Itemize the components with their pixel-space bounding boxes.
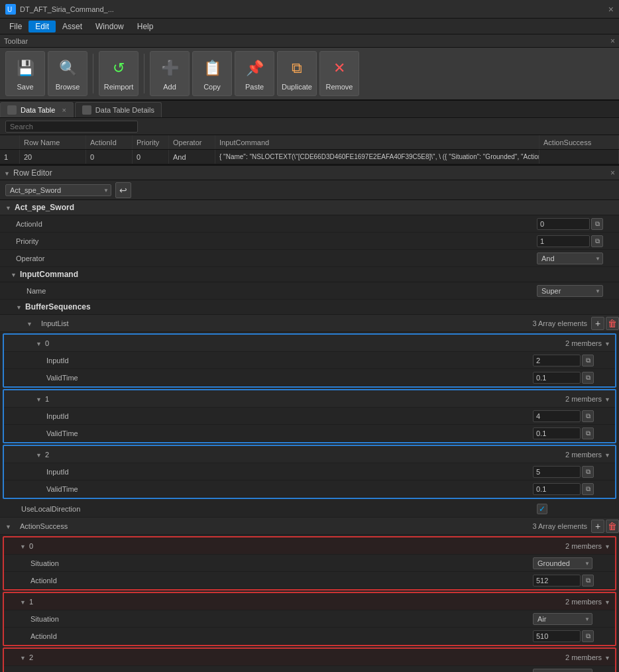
row-rowname: 20 [20, 150, 86, 164]
menu-asset[interactable]: Asset [56, 21, 89, 32]
item0-inputid-input[interactable]: 2 [533, 355, 581, 366]
data-table-details-tab-icon [82, 105, 91, 115]
item1-inputid-row: InputId 4 ⧉ [4, 408, 615, 425]
menu-file[interactable]: File [3, 21, 28, 32]
item0-chevron-icon [604, 339, 615, 348]
menu-bar: File Edit Asset Window Help [0, 19, 619, 34]
tab-data-table-close[interactable]: × [62, 106, 66, 114]
as1-actionid-link-icon[interactable]: ⧉ [582, 630, 594, 642]
inputlist-item-1-header[interactable]: 1 2 members [4, 390, 615, 408]
copy-button[interactable]: 📋 Copy [192, 51, 232, 96]
table-row[interactable]: 1 20 0 0 And { "Name": "NSLOCTEXT(\"[CDE… [0, 150, 619, 164]
add-button[interactable]: ➕ Add [150, 51, 190, 96]
priority-link-icon[interactable]: ⧉ [591, 235, 603, 247]
item2-validtime-row: ValidTime 0.1 ⧉ [4, 480, 615, 498]
name-value: Super [537, 285, 616, 297]
item1-inputid-input[interactable]: 4 [533, 410, 581, 422]
tab-data-table[interactable]: Data Table × [0, 102, 74, 117]
inputlist-label: InputList [36, 319, 532, 327]
svg-text:U: U [7, 6, 12, 13]
search-input[interactable] [5, 121, 138, 133]
item2-inputid-link-icon[interactable]: ⧉ [582, 466, 594, 478]
item1-validtime-value: 0.1 ⧉ [533, 427, 612, 439]
inputlist-item-2-group: 2 2 members InputId 5 ⧉ ValidTime 0.1 ⧉ [3, 445, 616, 499]
item2-validtime-value: 0.1 ⧉ [533, 483, 612, 495]
name-dropdown[interactable]: Super [537, 285, 603, 297]
row-reset-button[interactable]: ↩ [115, 182, 131, 198]
item0-inputid-value: 2 ⧉ [533, 355, 612, 366]
browse-button[interactable]: 🔍 Browse [48, 51, 87, 96]
buffersequences-label: BufferSequences [25, 302, 91, 311]
duplicate-label: Duplicate [282, 83, 312, 91]
as0-situation-dropdown[interactable]: Grounded [533, 557, 592, 569]
title-bar-close[interactable]: × [608, 4, 614, 15]
data-table-header: Row Name ActionId Priority Operator Inpu… [0, 135, 619, 150]
actionsuccess-item-0-header[interactable]: 0 2 members [4, 537, 615, 555]
inputlist-expand-icon [27, 319, 36, 328]
actionid-input[interactable]: 0 [537, 218, 590, 230]
reimport-button[interactable]: ↺ Reimport [99, 51, 139, 96]
item0-validtime-input[interactable]: 0.1 [533, 372, 581, 384]
item2-validtime-input[interactable]: 0.1 [533, 483, 581, 495]
actionsuccess-remove-btn[interactable]: 🗑 [606, 520, 619, 533]
item1-inputid-link-icon[interactable]: ⧉ [582, 410, 594, 422]
inputlist-item-0-header[interactable]: 0 2 members [4, 335, 615, 352]
inputcommand-section[interactable]: InputCommand [0, 267, 619, 282]
item0-inputid-link-icon[interactable]: ⧉ [582, 355, 594, 366]
as2-situation-dropdown[interactable]: Crouched [533, 669, 592, 673]
item1-inputid-label: InputId [46, 412, 533, 420]
as1-situation-dropdown[interactable]: Air [533, 613, 592, 625]
inputcommand-label: InputCommand [20, 270, 78, 279]
inputlist-add-btn[interactable]: + [591, 317, 604, 330]
actionsuccess-add-btn[interactable]: + [591, 520, 604, 533]
uselocaldirection-checkbox[interactable]: ✓ [537, 504, 547, 514]
item2-inputid-input[interactable]: 5 [533, 466, 581, 478]
as1-actionid-input[interactable]: 510 [533, 630, 581, 642]
save-button[interactable]: 💾 Save [5, 51, 45, 96]
actionsuccess-item-1-header[interactable]: 1 2 members [4, 593, 615, 610]
data-table-tab-icon [7, 105, 17, 115]
priority-input[interactable]: 1 [537, 235, 590, 247]
tab-data-table-details[interactable]: Data Table Details [75, 102, 162, 117]
col-inputcommand: InputCommand [215, 135, 539, 149]
item2-validtime-link-icon[interactable]: ⧉ [582, 483, 594, 495]
paste-label: Paste [245, 83, 264, 91]
menu-window[interactable]: Window [89, 21, 131, 32]
tab-data-table-label: Data Table [21, 106, 55, 114]
paste-button[interactable]: 📌 Paste [235, 51, 274, 96]
inputlist-count: 3 Array elements [532, 319, 587, 327]
as0-actionid-input[interactable]: 512 [533, 575, 581, 587]
item1-validtime-link-icon[interactable]: ⧉ [582, 427, 594, 439]
item1-chevron-icon [604, 394, 615, 404]
row-select-dropdown[interactable]: Act_spe_Sword [5, 184, 111, 196]
add-label: Add [163, 83, 176, 91]
as1-actionid-label: ActionId [30, 632, 533, 640]
actionsuccess-item-2-header[interactable]: 2 2 members [4, 649, 615, 666]
remove-icon: ✕ [327, 56, 351, 80]
operator-dropdown[interactable]: And [537, 252, 603, 264]
actionid-value: 0 ⧉ [537, 218, 616, 230]
menu-edit[interactable]: Edit [28, 21, 56, 32]
item1-label: 1 [45, 395, 565, 403]
reimport-label: Reimport [104, 83, 134, 91]
inputlist-item-1-group: 1 2 members InputId 4 ⧉ ValidTime 0.1 ⧉ [3, 389, 616, 443]
inputlist-item-2-header[interactable]: 2 2 members [4, 446, 615, 463]
as0-actionid-link-icon[interactable]: ⧉ [582, 575, 594, 587]
row-selector: Act_spe_Sword ↩ [0, 180, 619, 200]
item1-validtime-input[interactable]: 0.1 [533, 427, 581, 439]
item0-validtime-link-icon[interactable]: ⧉ [582, 372, 594, 384]
toolbar-close-btn[interactable]: × [610, 36, 615, 46]
inputlist-remove-btn[interactable]: 🗑 [606, 317, 619, 330]
section-act-spe-sword[interactable]: Act_spe_Sword [0, 200, 619, 215]
duplicate-button[interactable]: ⧉ Duplicate [277, 51, 317, 96]
duplicate-icon: ⧉ [285, 56, 309, 80]
col-priority: Priority [133, 135, 169, 149]
row-editor-close-btn[interactable]: × [610, 168, 615, 178]
buffersequences-section[interactable]: BufferSequences [0, 300, 619, 315]
menu-help[interactable]: Help [131, 21, 160, 32]
uselocaldirection-value[interactable]: ✓ [537, 504, 616, 514]
remove-label: Remove [326, 83, 353, 91]
actionid-link-icon[interactable]: ⧉ [591, 218, 603, 230]
search-bar [0, 118, 619, 135]
remove-button[interactable]: ✕ Remove [319, 51, 359, 96]
